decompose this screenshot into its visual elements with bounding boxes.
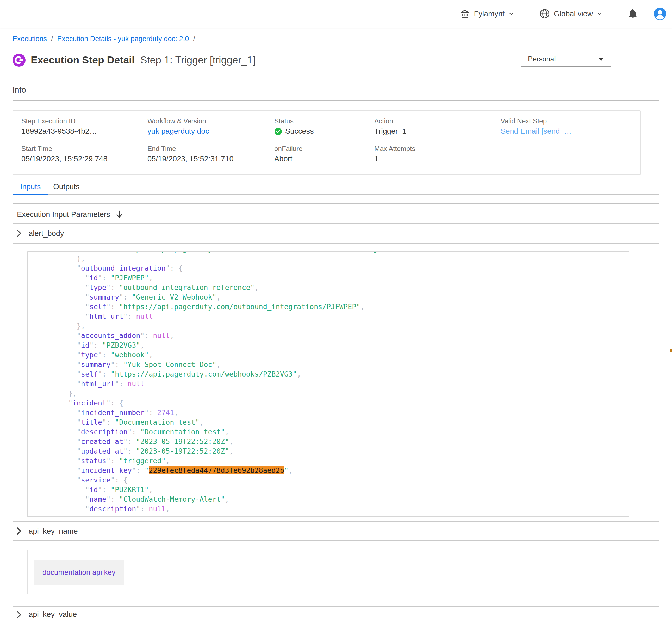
json-line: }, [34,254,629,263]
info-card: Step Execution ID18992a43-9538-4b2…Workf… [12,110,641,175]
json-line: "created_at": "2023-05-19T22:52:20Z", [34,437,629,446]
json-line: "summary": "Yuk Spot Connect Doc", [34,359,629,369]
chevron-right-icon [16,611,22,618]
breadcrumb-link[interactable]: Execution Details - yuk pagerduty doc: 2… [57,35,189,43]
field-value-start-time: 05/19/2023, 15:52:29.748 [21,154,107,163]
scrollbar-highlight-marker [670,349,672,352]
json-line: "self": "https://api.pagerduty.com/outbo… [34,302,629,311]
api-key-name-panel: documentation api key [27,549,629,594]
breadcrumb: Executions/Execution Details - yuk pager… [12,35,195,43]
page-subtitle: Step 1: Trigger [trigger_1] [141,55,256,66]
json-line: "name": "CloudWatch-Memory-Alert", [34,494,629,504]
field-value-end-time: 05/19/2023, 15:52:31.710 [148,154,234,163]
field-value-valid-next-step[interactable]: Send Email [send_… [501,127,572,135]
json-line: "incident_number": 2741, [34,408,629,417]
page-title: Execution Step Detail [31,55,135,66]
success-icon [274,127,282,135]
field-label-start-time: Start Time [21,145,52,153]
breadcrumb-link[interactable]: Executions [12,35,47,43]
params-heading: Execution Input Parameters [17,210,110,219]
json-line: "status": "triggered", [34,456,629,466]
field-label-max-attempts: Max Attempts [374,145,415,153]
param-label: api_key_name [29,527,78,535]
json-line: "description": null, [34,504,629,514]
json-line: "type": "webhook", [34,350,629,359]
json-line: "id": "PJFWPEP", [34,273,629,283]
divider [12,203,660,204]
json-line: "self": "https://api.pagerduty.com/webho… [34,369,629,379]
tab-inputs[interactable]: Inputs [12,179,49,194]
field-label-valid-next-step: Valid Next Step [501,117,547,125]
json-line: "self": "https://api.pagerduty.com/event… [34,251,629,254]
json-line: "outbound_integration": { [34,263,629,273]
avatar-icon [653,7,667,20]
organization-icon [459,8,471,19]
field-label-step-execution-id: Step Execution ID [21,117,76,125]
param-row-api-key-name[interactable]: api_key_name [12,521,660,541]
tab-bar: InputsOutputs [12,179,660,195]
json-line: }, [34,321,629,331]
json-line: "created_at": "2023-05-19T22:52:20Z", [34,514,629,517]
field-value-action: Trigger_1 [374,127,406,135]
scope-select[interactable]: Personal [521,51,611,67]
api-key-name-chip[interactable]: documentation api key [34,560,124,585]
view-name: Global view [554,10,593,18]
json-line: }, [34,389,629,398]
org-switcher[interactable]: Fylamynt [459,8,515,19]
field-value-step-execution-id: 18992a43-9538-4b2… [21,127,97,135]
download-arrow-icon[interactable] [115,210,123,219]
json-line: "accounts_addon": null, [34,331,629,340]
workflow-logo-icon [12,54,25,67]
json-line: "description": "Documentation test", [34,427,629,437]
chevron-right-icon [16,527,22,535]
page-header: Execution Step Detail Step 1: Trigger [t… [12,52,256,68]
field-value-max-attempts: 1 [374,154,379,163]
breadcrumb-separator: / [51,35,53,43]
scope-select-value: Personal [528,55,556,63]
divider [12,100,660,101]
chevron-right-icon [16,229,22,237]
json-line: "summary": "Generic V2 Webhook", [34,292,629,302]
field-label-onfailure: onFailure [274,145,303,153]
alert-body-json-viewer[interactable]: "self": "https://api.pagerduty.com/event… [27,251,629,517]
json-line: "incident_key": "229efec8feda44778d3fe69… [34,466,629,475]
json-line: "incident": { [34,398,629,408]
param-label: api_key_value [29,610,77,618]
globe-icon [539,8,551,19]
json-line: "id": "PZB2VG3", [34,340,629,350]
status-text: Success [285,127,314,135]
field-label-workflow-version: Workflow & Version [148,117,206,125]
account-button[interactable] [653,7,667,20]
field-value-workflow-version[interactable]: yuk pagerduty doc [148,127,209,135]
params-header: Execution Input Parameters [17,208,123,221]
field-label-end-time: End Time [148,145,176,153]
org-name: Fylamynt [474,10,505,18]
field-label-action: Action [374,117,393,125]
param-row-alert-body[interactable]: alert_body [12,223,660,243]
json-line: "title": "Documentation test", [34,417,629,427]
field-label-status: Status [274,117,293,125]
view-switcher[interactable]: Global view [539,8,603,19]
field-value-onfailure: Abort [274,154,292,163]
field-value-status: Success [274,127,314,135]
breadcrumb-separator: / [193,35,195,43]
bell-icon [627,8,638,19]
param-label: alert_body [29,229,64,238]
chevron-down-icon [596,10,603,17]
json-line: "type": "outbound_integration_reference"… [34,283,629,292]
info-heading: Info [12,85,26,95]
chevron-down-icon [508,10,515,17]
json-line: "id": "PUZKRT1", [34,485,629,494]
tab-outputs[interactable]: Outputs [49,179,84,194]
highlighted-incident-key: 229efec8feda44778d3fe692b28aed2b [149,466,284,474]
json-line: "updated_at": "2023-05-19T22:52:20Z", [34,446,629,456]
json-line: "html_url": null [34,379,629,389]
json-line: "html_url": null [34,311,629,321]
top-bar: Fylamynt Global view [0,0,672,28]
dropdown-arrow-icon [598,58,604,61]
param-row-api-key-value[interactable]: api_key_value [12,606,660,618]
notifications-button[interactable] [627,8,638,19]
json-line: "service": { [34,475,629,485]
